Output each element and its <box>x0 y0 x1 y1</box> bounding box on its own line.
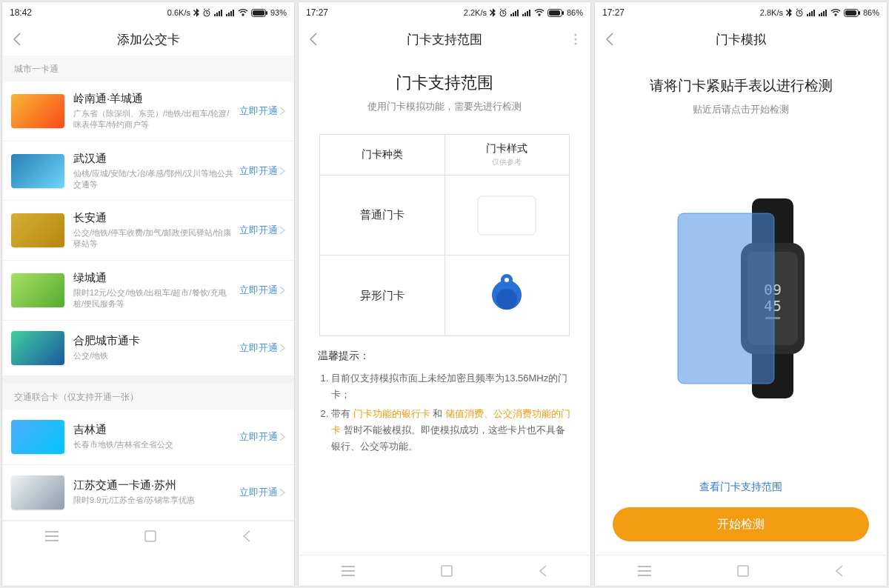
status-time: 17:27 <box>306 7 328 18</box>
hero-title: 门卡支持范围 <box>313 72 576 94</box>
support-scope-link[interactable]: 查看门卡支持范围 <box>595 473 887 501</box>
svg-rect-44 <box>821 13 822 16</box>
svg-rect-36 <box>342 575 355 576</box>
open-card-action[interactable]: 立即开通 <box>239 164 285 178</box>
tips-label: 温馨提示： <box>318 350 571 363</box>
svg-rect-7 <box>230 11 232 16</box>
back-nav-icon[interactable] <box>539 565 547 577</box>
open-card-action[interactable]: 立即开通 <box>239 284 285 297</box>
card-name: 长安通 <box>73 211 235 225</box>
svg-rect-14 <box>45 540 59 541</box>
svg-rect-21 <box>522 14 524 16</box>
start-detect-button[interactable]: 开始检测 <box>613 507 869 541</box>
svg-rect-20 <box>517 10 519 16</box>
table-row-irregular: 异形门卡 <box>320 255 569 335</box>
svg-rect-27 <box>562 11 564 15</box>
table-header-type: 门卡种类 <box>320 135 444 175</box>
open-card-action[interactable]: 立即开通 <box>239 486 285 499</box>
card-list-item[interactable]: 岭南通·羊城通广东省（除深圳、东莞）/地铁/出租车/轮渡/咪表停车/特约商户等立… <box>2 81 294 141</box>
svg-rect-22 <box>525 13 526 16</box>
more-button[interactable] <box>561 23 590 56</box>
rect-card-icon <box>477 196 536 235</box>
battery-icon <box>251 9 267 17</box>
status-bar: 17:27 2.2K/s 86% <box>299 2 590 23</box>
card-desc: 广东省（除深圳、东莞）/地铁/出租车/轮渡/咪表停车/特约商户等 <box>73 108 235 130</box>
svg-rect-19 <box>515 11 516 16</box>
card-text-block: 吉林通长春市地铁/吉林省全省公交 <box>73 423 235 450</box>
svg-point-33 <box>496 289 517 310</box>
home-icon[interactable] <box>441 565 453 577</box>
page-title: 添加公交卡 <box>32 31 294 48</box>
svg-rect-26 <box>549 10 560 16</box>
chevron-left-icon <box>13 33 21 46</box>
back-button[interactable] <box>595 33 625 46</box>
alarm-icon <box>202 8 211 17</box>
hero-header: 请将门卡紧贴手表以进行检测 贴近后请点击开始检测 <box>595 56 887 124</box>
svg-rect-57 <box>678 213 774 384</box>
recent-apps-icon[interactable] <box>342 566 355 576</box>
svg-point-30 <box>575 43 577 45</box>
card-thumbnail <box>11 475 64 510</box>
open-card-action[interactable]: 立即开通 <box>239 341 285 355</box>
signal2-icon <box>522 9 531 16</box>
svg-rect-5 <box>226 14 227 16</box>
status-bar: 18:42 0.6K/s 93% <box>2 2 294 23</box>
status-bar: 17:27 2.8K/s 86% <box>595 2 887 23</box>
open-card-action[interactable]: 立即开通 <box>239 224 285 237</box>
open-card-action[interactable]: 立即开通 <box>239 104 285 118</box>
home-icon[interactable] <box>737 565 749 577</box>
svg-rect-48 <box>845 10 856 16</box>
status-right: 2.2K/s 86% <box>464 8 583 17</box>
card-text-block: 江苏交通一卡通·苏州限时9.9元/江苏全省/苏锡常享优惠 <box>73 478 235 506</box>
svg-rect-43 <box>819 14 820 16</box>
open-card-action[interactable]: 立即开通 <box>239 430 285 444</box>
table-cell-type: 普通门卡 <box>320 176 444 255</box>
table-header-row: 门卡种类 门卡样式 仅供参考 <box>320 135 569 176</box>
home-icon[interactable] <box>144 530 156 542</box>
keyfob-icon <box>488 273 525 318</box>
title-bar: 门卡支持范围 <box>299 23 590 56</box>
svg-rect-10 <box>253 10 264 16</box>
back-button[interactable] <box>299 33 328 46</box>
card-list-item[interactable]: 合肥城市通卡公交/地铁立即开通 <box>2 321 294 376</box>
card-desc: 长春市地铁/吉林省全省公交 <box>73 439 235 450</box>
phone-1: 18:42 0.6K/s 93% 添加公交卡 城市一卡通 岭南通·羊城通广东省（… <box>1 1 295 587</box>
svg-rect-4 <box>221 10 222 16</box>
hero-header: 门卡支持范围 使用门卡模拟功能，需要先进行检测 <box>299 56 590 121</box>
svg-rect-60 <box>638 575 651 576</box>
tips-section: 温馨提示： 目前仅支持模拟市面上未经加密且频率为13.56MHz的门卡； 带有 … <box>299 336 590 471</box>
svg-rect-24 <box>529 10 530 16</box>
back-nav-icon[interactable] <box>242 530 251 542</box>
card-name: 吉林通 <box>73 423 235 437</box>
svg-rect-41 <box>811 11 813 16</box>
chevron-left-icon <box>605 33 614 46</box>
card-list-item[interactable]: 江苏交通一卡通·苏州限时9.9元/江苏全省/苏锡常享优惠立即开通 <box>2 465 294 521</box>
card-list-item[interactable]: 武汉通仙桃/应城/安陆/大冶/孝感/鄂州/汉川等地公共交通等立即开通 <box>2 141 294 201</box>
phone-3: 17:27 2.8K/s 86% 门卡模拟 请将门卡紧贴手表以进行检测 贴近后请… <box>594 1 888 587</box>
hero-subtitle: 贴近后请点击开始检测 <box>613 103 869 116</box>
card-list-item[interactable]: 绿城通限时12元/公交/地铁/出租车/超市/餐饮/充电桩/便民服务等立即开通 <box>2 261 294 321</box>
card-type-table: 门卡种类 门卡样式 仅供参考 普通门卡 异形门卡 <box>319 134 570 336</box>
chevron-right-icon <box>279 107 285 116</box>
card-desc: 限时12元/公交/地铁/出租车/超市/餐饮/充电桩/便民服务等 <box>73 287 235 310</box>
card-thumbnail <box>11 420 64 454</box>
svg-rect-58 <box>638 566 651 567</box>
recent-apps-icon[interactable] <box>45 531 59 541</box>
svg-rect-46 <box>825 10 827 16</box>
signal-icon <box>807 9 816 16</box>
card-list-item[interactable]: 吉林通长春市地铁/吉林省全省公交立即开通 <box>2 410 294 465</box>
card-thumbnail <box>11 213 64 247</box>
title-bar: 添加公交卡 <box>2 23 294 56</box>
card-list-item[interactable]: 长安通公交/地铁/停车收费/加气/邮政便民驿站/怡康驿站等立即开通 <box>2 201 294 261</box>
section-gap <box>2 376 294 384</box>
back-button[interactable] <box>2 33 32 46</box>
svg-rect-12 <box>45 531 59 532</box>
recent-apps-icon[interactable] <box>638 566 651 576</box>
card-name: 绿城通 <box>73 271 235 285</box>
tip-item-1: 目前仅支持模拟市面上未经加密且频率为13.56MHz的门卡； <box>331 370 571 403</box>
status-time: 18:42 <box>10 7 32 18</box>
back-nav-icon[interactable] <box>835 565 844 577</box>
svg-point-28 <box>575 34 577 36</box>
page-title: 门卡支持范围 <box>328 31 590 48</box>
svg-rect-49 <box>859 11 860 15</box>
